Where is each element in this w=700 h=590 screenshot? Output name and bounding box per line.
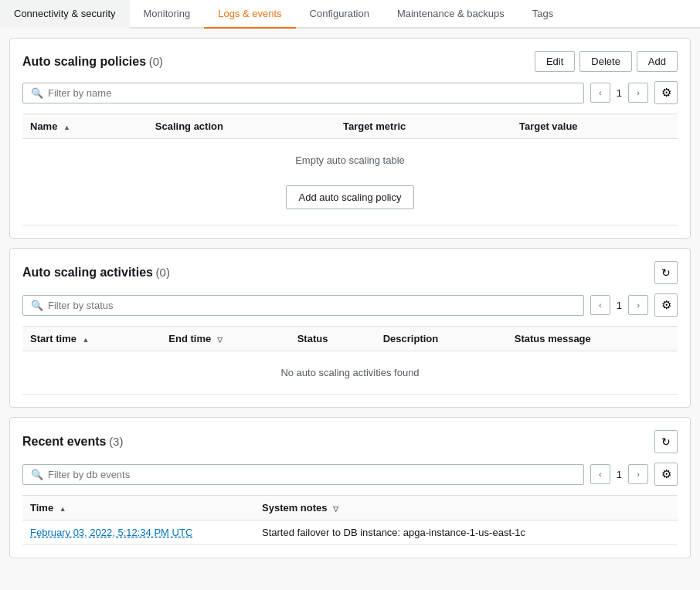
events-refresh-button[interactable]: ↻ [654,430,678,453]
events-count: (3) [109,435,123,448]
policies-settings-button[interactable]: ⚙ [654,81,678,104]
activities-empty-text: No auto scaling activities found [280,367,419,378]
activities-col-start-time[interactable]: Start time [22,327,161,351]
event-notes: Started failover to DB instance: apga-in… [254,520,678,545]
policies-title-group: Auto scaling policies (0) [22,55,163,69]
time-sort-icon [59,505,66,513]
events-title: Recent events [22,435,107,448]
activities-col-description[interactable]: Description [375,327,507,351]
events-filter-row: 🔍 ‹ 1 › ⚙ [22,463,678,486]
events-next-page[interactable]: › [628,464,648,484]
events-col-system-notes[interactable]: System notes [254,496,678,520]
activities-col-status-message[interactable]: Status message [507,327,678,351]
events-settings-button[interactable]: ⚙ [654,463,678,486]
policies-empty-row: Empty auto scaling table Add auto scalin… [22,139,678,225]
events-page-number: 1 [617,469,622,480]
policies-actions: Edit Delete Add [535,51,678,72]
autoscaling-policies-section: Auto scaling policies (0) Edit Delete Ad… [9,38,691,239]
activities-title-group: Auto scaling activities (0) [22,266,170,280]
events-actions: ↻ [654,430,678,453]
add-auto-scaling-policy-button[interactable]: Add auto scaling policy [286,185,415,209]
end-time-sort-icon [217,336,223,344]
activities-next-page[interactable]: › [628,295,648,315]
edit-policy-button[interactable]: Edit [535,51,575,72]
policies-col-target-value[interactable]: Target value [511,114,678,139]
events-search-bar[interactable]: 🔍 [22,464,584,485]
activities-actions: ↻ [654,261,678,284]
refresh-icon-events: ↻ [661,436,671,448]
activities-empty-row: No auto scaling activities found [22,351,678,395]
tab-bar: Connectivity & security Monitoring Logs … [0,0,700,29]
notes-sort-icon [333,505,338,513]
activities-refresh-button[interactable]: ↻ [654,261,678,284]
activities-header: Auto scaling activities (0) ↻ [22,261,678,284]
event-time-link[interactable]: February 03, 2022, 5:12:34 PM UTC [30,527,192,538]
policies-prev-page[interactable]: ‹ [590,83,610,103]
activities-filter-row: 🔍 ‹ 1 › ⚙ [22,293,678,317]
gear-icon-events: ⚙ [661,467,671,481]
events-search-input[interactable] [48,469,576,480]
search-icon-activities: 🔍 [31,300,43,311]
tab-logs-events[interactable]: Logs & events [204,0,295,29]
tab-maintenance[interactable]: Maintenance & backups [383,0,518,29]
tab-configuration[interactable]: Configuration [296,0,383,29]
autoscaling-activities-section: Auto scaling activities (0) ↻ 🔍 ‹ 1 › ⚙ … [9,248,691,408]
search-icon: 🔍 [31,87,43,99]
add-policy-button[interactable]: Add [637,51,678,72]
recent-events-section: Recent events (3) ↻ 🔍 ‹ 1 › ⚙ Time [9,417,691,558]
policies-filter-row: 🔍 ‹ 1 › ⚙ [22,81,678,104]
activities-count: (0) [156,266,170,279]
policies-search-input[interactable] [48,87,576,99]
table-row: February 03, 2022, 5:12:34 PM UTC Starte… [22,520,678,545]
activities-search-input[interactable] [48,300,576,311]
activities-search-bar[interactable]: 🔍 [22,295,584,316]
policies-header: Auto scaling policies (0) Edit Delete Ad… [22,51,678,72]
activities-table: Start time End time Status Description S… [22,326,678,395]
activities-settings-button[interactable]: ⚙ [654,293,678,317]
activities-title: Auto scaling activities [22,266,153,279]
events-table: Time System notes February 03, 2022, 5:1… [22,495,678,545]
gear-icon-activities: ⚙ [661,298,671,312]
activities-col-end-time[interactable]: End time [161,327,289,351]
policies-empty-text: Empty auto scaling table [295,154,405,166]
policies-page-number: 1 [617,87,622,99]
activities-prev-page[interactable]: ‹ [590,295,610,315]
search-icon-events: 🔍 [31,469,43,480]
start-time-sort-icon [83,336,90,344]
policies-col-target-metric[interactable]: Target metric [335,114,511,139]
tab-tags[interactable]: Tags [518,0,567,29]
events-col-time[interactable]: Time [22,496,254,520]
gear-icon: ⚙ [661,86,671,100]
policies-table: Name Scaling action Target metric Target… [22,114,678,225]
activities-col-status[interactable]: Status [290,327,375,351]
policies-title: Auto scaling policies [22,55,146,68]
policies-col-scaling-action[interactable]: Scaling action [148,114,335,139]
tab-monitoring[interactable]: Monitoring [130,0,205,29]
events-prev-page[interactable]: ‹ [590,464,610,484]
policies-next-page[interactable]: › [628,83,648,103]
events-header: Recent events (3) ↻ [22,430,678,453]
policies-count: (0) [149,55,163,68]
activities-page-number: 1 [617,300,622,311]
events-title-group: Recent events (3) [22,435,123,449]
event-time: February 03, 2022, 5:12:34 PM UTC [22,520,254,545]
refresh-icon: ↻ [661,266,671,279]
delete-policy-button[interactable]: Delete [579,51,632,72]
tab-connectivity[interactable]: Connectivity & security [0,0,130,29]
policies-search-bar[interactable]: 🔍 [22,83,584,103]
policies-col-name[interactable]: Name [22,114,148,139]
name-sort-icon [63,124,70,131]
